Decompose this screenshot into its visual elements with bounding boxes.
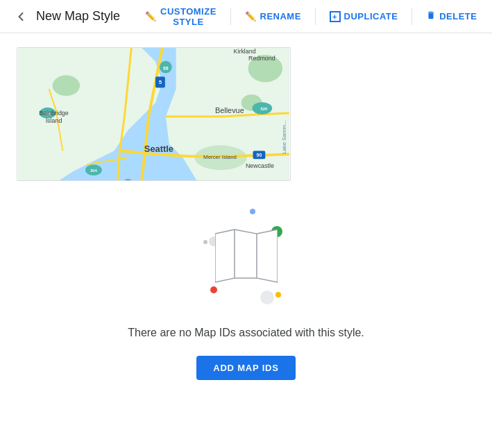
svg-text:Redmond: Redmond bbox=[248, 55, 275, 62]
duplicate-icon: + bbox=[330, 11, 341, 22]
divider bbox=[412, 8, 412, 25]
svg-marker-35 bbox=[235, 230, 257, 278]
rename-button[interactable]: ✏️ RENAME bbox=[237, 7, 309, 26]
duplicate-button[interactable]: + DUPLICATE bbox=[321, 7, 407, 26]
svg-text:Mercer Island: Mercer Island bbox=[203, 154, 237, 160]
customize-icon: ✏️ bbox=[145, 11, 157, 21]
map-thumbnail: 99 5 520 90 305 304 Bainbridge Island Se… bbox=[17, 47, 291, 181]
add-map-ids-button[interactable]: ADD MAP IDS bbox=[196, 356, 296, 380]
map-icon-container bbox=[191, 202, 302, 313]
divider bbox=[315, 8, 316, 25]
svg-text:Bainbridge: Bainbridge bbox=[39, 110, 69, 117]
main-content: 99 5 520 90 305 304 Bainbridge Island Se… bbox=[0, 33, 492, 401]
svg-text:Kirkland: Kirkland bbox=[234, 48, 256, 55]
delete-button[interactable]: DELETE bbox=[418, 6, 485, 26]
dot-gray-light bbox=[260, 291, 274, 304]
page-title: New Map Style bbox=[36, 9, 120, 24]
svg-text:Newcastle: Newcastle bbox=[246, 162, 274, 169]
svg-text:Bellevue: Bellevue bbox=[215, 106, 244, 114]
svg-point-5 bbox=[53, 76, 80, 96]
dot-gray-small bbox=[203, 240, 207, 244]
svg-text:90: 90 bbox=[257, 153, 262, 157]
svg-text:5: 5 bbox=[159, 79, 162, 85]
header-actions: ✏️ CUSTOMIZE STYLE ✏️ RENAME + DUPLICATE… bbox=[137, 2, 485, 31]
empty-message: There are no Map IDs associated with thi… bbox=[128, 327, 364, 339]
back-button[interactable] bbox=[11, 7, 31, 26]
svg-text:Lake Samm...: Lake Samm... bbox=[281, 120, 287, 154]
svg-text:Seattle: Seattle bbox=[144, 144, 173, 154]
dot-yellow bbox=[275, 292, 281, 298]
delete-icon bbox=[426, 10, 436, 22]
dot-red bbox=[210, 286, 217, 293]
empty-state: There are no Map IDs associated with thi… bbox=[17, 181, 475, 387]
svg-marker-34 bbox=[215, 230, 235, 282]
customize-style-button[interactable]: ✏️ CUSTOMIZE STYLE bbox=[137, 2, 225, 31]
svg-text:520: 520 bbox=[260, 107, 268, 111]
svg-marker-36 bbox=[257, 230, 278, 282]
svg-text:99: 99 bbox=[163, 66, 169, 71]
dot-blue-small bbox=[250, 209, 255, 214]
map-illustration bbox=[215, 228, 278, 286]
divider bbox=[230, 8, 231, 25]
header: New Map Style ✏️ CUSTOMIZE STYLE ✏️ RENA… bbox=[0, 0, 492, 33]
svg-text:Island: Island bbox=[46, 117, 62, 124]
rename-icon: ✏️ bbox=[245, 11, 257, 21]
svg-text:304: 304 bbox=[90, 169, 98, 173]
